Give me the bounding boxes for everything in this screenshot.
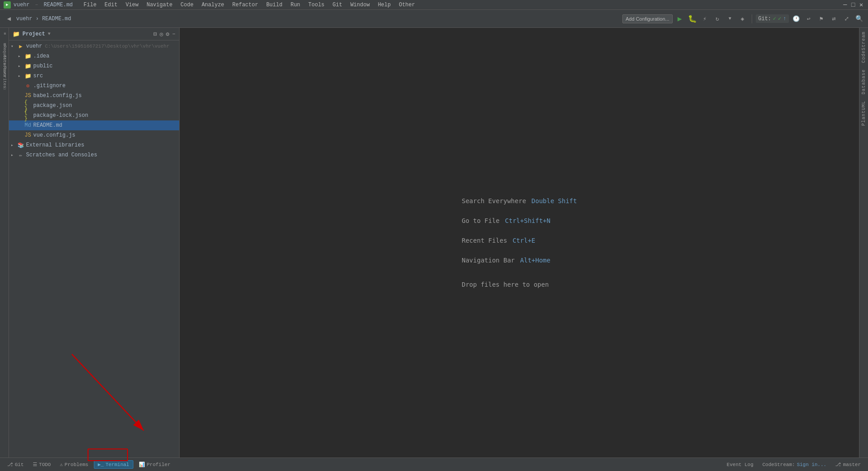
sign-in-link[interactable]: Sign in... <box>797 462 826 467</box>
menu-refactor[interactable]: Refactor <box>229 1 262 9</box>
menu-help[interactable]: Help <box>374 1 394 9</box>
hint-goto: Go to File Ctrl+Shift+N <box>462 217 577 224</box>
profiler-tool-label: Profiler <box>147 462 171 467</box>
maximize-button[interactable]: □ <box>850 2 856 8</box>
gitignore-label: .gitignore <box>33 83 66 89</box>
database-panel-label[interactable]: Database <box>860 67 867 96</box>
coverage-button[interactable]: ⚡ <box>700 13 710 24</box>
debug-button[interactable]: 🐛 <box>687 13 698 24</box>
run-button[interactable]: ▶ <box>674 13 685 24</box>
git-tool-label: Git <box>15 462 24 467</box>
branch-label: master <box>843 462 861 467</box>
codestream-panel-label[interactable]: CodeStream <box>860 30 867 65</box>
project-dropdown-arrow[interactable]: ▼ <box>48 31 50 36</box>
favorites-icon[interactable]: Favorites <box>0 73 9 81</box>
add-configuration-button[interactable]: Add Configuration... <box>622 14 672 23</box>
divider <box>752 14 752 23</box>
git-label: Git: <box>758 16 771 22</box>
tree-item-babel[interactable]: JS babel.config.js <box>9 91 179 101</box>
menu-git[interactable]: Git <box>329 1 346 9</box>
profiler-tool-button[interactable]: 📊 Profiler <box>135 461 174 468</box>
menu-run[interactable]: Run <box>287 1 304 9</box>
event-log-button[interactable]: Event Log <box>723 461 757 468</box>
minimize-button[interactable]: ─ <box>842 2 848 8</box>
tree-item-vue-config[interactable]: JS vue.config.js <box>9 130 179 140</box>
scratches-icon: ✏ <box>17 151 24 159</box>
tree-item-package-lock[interactable]: { } package-lock.json <box>9 111 179 120</box>
tree-item-scratches[interactable]: ▸ ✏ Scratches and Consoles <box>9 150 179 160</box>
scroll-to-source-icon[interactable]: ◎ <box>160 31 163 38</box>
menu-view[interactable]: View <box>122 1 142 9</box>
tree-root[interactable]: ▾ ▶ vuehr C:\Users\15951667217\Desktop\v… <box>9 41 179 51</box>
menu-navigate[interactable]: Navigate <box>143 1 176 9</box>
back-button[interactable]: ◀ <box>4 13 14 24</box>
hint-goto-action: Go to File <box>462 217 499 224</box>
tree-item-external[interactable]: ▸ 📚 External Libraries <box>9 140 179 150</box>
codestream-bottom-item: CodeStream: Sign in... <box>759 461 830 468</box>
project-breadcrumb: vuehr <box>16 16 32 22</box>
settings-icon[interactable]: ⚙ <box>166 31 169 38</box>
plantuml-panel-label[interactable]: PlantUML <box>860 99 867 128</box>
tree-item-readme[interactable]: Md README.md <box>9 120 179 130</box>
hint-search: Search Everywhere Double Shift <box>462 197 577 204</box>
collapse-all-icon[interactable]: ⊟ <box>154 31 157 38</box>
public-folder-icon: 📁 <box>24 62 31 70</box>
package-icon: { } <box>24 102 31 109</box>
git-tool-icon: ⎇ <box>7 462 13 467</box>
menu-file[interactable]: File <box>80 1 100 9</box>
profile-button[interactable]: ◈ <box>737 13 748 24</box>
hint-recent: Recent Files Ctrl+E <box>462 237 577 244</box>
menu-build[interactable]: Build <box>263 1 286 9</box>
git-status: Git: ✓ ✓ ↑ <box>756 14 789 23</box>
editor-area: Search Everywhere Double Shift Go to Fil… <box>180 28 859 458</box>
git-push-icon[interactable]: ↑ <box>783 16 786 22</box>
menu-other[interactable]: Other <box>395 1 419 9</box>
project-panel: 📁 Project ▼ ⊟ ◎ ⚙ – ▾ ▶ vuehr C:\Users\1… <box>9 28 180 458</box>
toolbar-breadcrumb: vuehr › README.md <box>16 16 71 22</box>
git-tool-button[interactable]: ⎇ Git <box>4 461 27 468</box>
git-check2-icon: ✓ <box>778 15 781 22</box>
tree-item-public[interactable]: ▸ 📁 public <box>9 61 179 71</box>
idea-folder-icon: 📁 <box>24 53 31 60</box>
hint-search-action: Search Everywhere <box>462 197 526 204</box>
tree-item-idea[interactable]: ▸ 📁 .idea <box>9 51 179 61</box>
dropdown-button[interactable]: ▼ <box>725 13 736 24</box>
editor-hints: Search Everywhere Double Shift Go to Fil… <box>462 197 577 288</box>
tree-item-package[interactable]: { } package.json <box>9 101 179 111</box>
tree-item-gitignore[interactable]: ⊙ .gitignore <box>9 81 179 91</box>
idea-arrow: ▸ <box>18 53 24 59</box>
undo-button[interactable]: ↩ <box>803 13 814 24</box>
project-tree: ▾ ▶ vuehr C:\Users\15951667217\Desktop\v… <box>9 40 179 458</box>
menu-analyze[interactable]: Analyze <box>198 1 228 9</box>
branch-indicator[interactable]: ⎇ master <box>832 461 864 468</box>
file-name-breadcrumb: README.md <box>42 16 71 22</box>
tree-item-src[interactable]: ▸ 📁 src <box>9 71 179 81</box>
expand-button[interactable]: ⤢ <box>841 13 852 24</box>
hint-goto-shortcut: Ctrl+Shift+N <box>505 217 551 224</box>
hint-drop: Drop files here to open <box>462 276 577 288</box>
right-side-panel: CodeStream Database PlantUML <box>859 28 868 458</box>
git-check-icon: ✓ <box>773 15 776 22</box>
search-button[interactable]: 🔍 <box>854 13 864 24</box>
close-button[interactable]: ✕ <box>858 2 864 8</box>
hint-nav-shortcut: Alt+Home <box>520 257 550 264</box>
project-name: vuehr <box>13 2 30 8</box>
problems-tool-button[interactable]: ⚠ Problems <box>56 461 92 468</box>
menu-edit[interactable]: Edit <box>101 1 121 9</box>
menu-window[interactable]: Window <box>347 1 373 9</box>
left-icon-star[interactable]: ☆ <box>0 84 9 92</box>
bookmark-button[interactable]: ⚑ <box>816 13 827 24</box>
close-panel-icon[interactable]: – <box>172 31 176 38</box>
root-folder-icon: ▶ <box>17 43 24 50</box>
terminal-tool-button[interactable]: ▶_ Terminal <box>94 460 133 469</box>
hint-search-shortcut: Double Shift <box>532 197 577 204</box>
left-icon-1: ≡ <box>0 30 9 38</box>
public-label: public <box>33 63 53 69</box>
toolbar: ◀ vuehr › README.md Add Configuration...… <box>0 10 868 28</box>
clock-icon[interactable]: 🕐 <box>791 13 802 24</box>
todo-tool-button[interactable]: ☰ TODO <box>29 461 54 468</box>
menu-tools[interactable]: Tools <box>305 1 328 9</box>
translate-button[interactable]: ⇄ <box>828 13 839 24</box>
menu-code[interactable]: Code <box>177 1 197 9</box>
reload-button[interactable]: ↻ <box>712 13 723 24</box>
